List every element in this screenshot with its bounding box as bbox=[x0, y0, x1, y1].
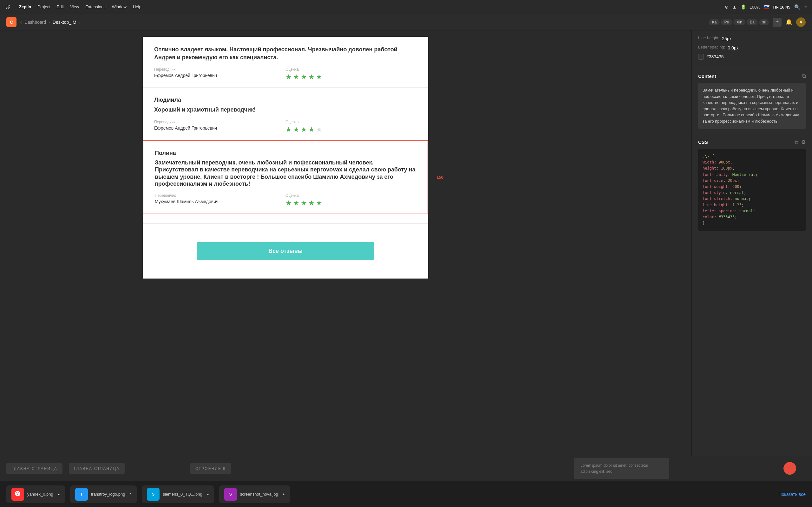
css-line-letter-spacing: letter-spacing: normal; bbox=[703, 208, 801, 214]
menu-help[interactable]: Help bbox=[133, 4, 142, 9]
show-all-button[interactable]: Показать все bbox=[779, 492, 806, 497]
menu-window[interactable]: Window bbox=[112, 4, 126, 9]
review-item-2: Людмила Хороший и храмотный переводчик! … bbox=[143, 88, 428, 140]
color-hex-value: #333435 bbox=[706, 54, 724, 59]
content-text-box: Замечательный переводчик, очень любозный… bbox=[698, 83, 806, 129]
menu-project[interactable]: Project bbox=[38, 4, 50, 9]
reviewer-3: Полина bbox=[155, 150, 416, 157]
taskbar-filename-2: transtroy_logo.png bbox=[91, 492, 125, 497]
menu-view[interactable]: View bbox=[70, 4, 79, 9]
zeplin-topbar: C ‹ Dashboard › Desktop_IM › Ka Pe Жи Ba… bbox=[0, 14, 812, 31]
search-icon[interactable]: 🔍 bbox=[794, 4, 801, 10]
translator-name-3: Мухумаев Шамиль Аъмедович bbox=[155, 199, 286, 204]
translator-label-3: Переводчик bbox=[155, 193, 286, 198]
star-1-4: ★ bbox=[308, 73, 315, 81]
taskbar-item-4[interactable]: S screenshot_nova.jpg ∧ bbox=[219, 486, 290, 503]
letter-spacing-value: 0.0px bbox=[728, 45, 739, 50]
color-row: #333435 bbox=[698, 54, 806, 60]
all-reviews-section: Все отзывы bbox=[143, 224, 428, 279]
tab-pe[interactable]: Pe bbox=[721, 19, 732, 25]
bg-item-5 bbox=[783, 456, 796, 481]
star-1-3: ★ bbox=[301, 73, 307, 81]
css-settings-icon[interactable]: ⚙ bbox=[801, 139, 806, 145]
translator-name-2: Ефремов Андрей Григорьевич bbox=[154, 125, 286, 130]
bg-label-4: Lorem ipsum dolor sit amet, consectetur … bbox=[580, 463, 648, 474]
menu-extensions[interactable]: Extensions bbox=[85, 4, 106, 9]
breadcrumb-separator: › bbox=[49, 20, 50, 25]
all-reviews-button[interactable]: Все отзывы bbox=[197, 242, 374, 260]
css-code-block: .\- { width: 900px; height: 100px; font-… bbox=[698, 149, 806, 231]
star-3-5: ★ bbox=[316, 199, 322, 207]
line-height-label: Line height: bbox=[698, 36, 719, 40]
apple-menu[interactable]: ⌘ bbox=[5, 4, 10, 10]
bg-label-3: СТРОЕНИЕ 9 bbox=[195, 466, 226, 471]
breadcrumb-end-arrow: › bbox=[79, 20, 81, 25]
menubar: ⌘ Zeplin Project Edit View Extensions Wi… bbox=[0, 0, 812, 14]
css-line-close: } bbox=[703, 220, 801, 226]
stars-3: ★ ★ ★ ★ ★ bbox=[286, 199, 416, 207]
css-line-height: height: 100px; bbox=[703, 165, 801, 171]
caret-3: ∧ bbox=[207, 493, 209, 496]
rating-label-1: Оценка bbox=[286, 67, 417, 72]
css-copy-button[interactable]: ⧉ bbox=[795, 139, 798, 145]
reviewer-2: Людмила bbox=[154, 97, 417, 103]
design-canvas: Отлично владеет языком. Настоящий профес… bbox=[143, 37, 428, 279]
back-arrow[interactable]: ‹ bbox=[20, 20, 22, 25]
taskbar-item-2[interactable]: T transtroy_logo.png ∧ bbox=[70, 486, 137, 503]
bg-label-1: ГЛАВНА СТРАНИЦА bbox=[11, 466, 57, 471]
taskbar-item-3[interactable]: S siemens_0_TQ....png ∧ bbox=[142, 486, 214, 503]
wifi-icon: ▲ bbox=[732, 4, 737, 9]
logo-letter: C bbox=[10, 20, 13, 25]
caret-2: ∧ bbox=[130, 493, 132, 496]
star-3-2: ★ bbox=[293, 199, 299, 207]
star-3-1: ★ bbox=[286, 199, 292, 207]
review-meta-1: Переводчик Ефремов Андрей Григорьевич Оц… bbox=[154, 67, 417, 81]
line-height-value: 25px bbox=[722, 36, 731, 41]
tab-ba[interactable]: Ba bbox=[747, 19, 758, 25]
taskbar: 🅨 yandex_0.png ∧ T transtroy_logo.png ∧ … bbox=[0, 481, 812, 507]
star-3-4: ★ bbox=[308, 199, 315, 207]
review-meta-3: Переводчик Мухумаев Шамиль Аъмедович Оце… bbox=[155, 193, 416, 207]
bg-item-1: ГЛАВНА СТРАНИЦА bbox=[6, 463, 62, 474]
menu-zeplin[interactable]: Zeplin bbox=[19, 4, 31, 9]
divider-row bbox=[143, 214, 428, 224]
tab-zhi[interactable]: Жи bbox=[733, 19, 745, 25]
tab-sli[interactable]: sli bbox=[759, 19, 769, 25]
flag-icon: 🇷🇺 bbox=[764, 4, 769, 9]
css-line-font-stretch: font-stretch: normal; bbox=[703, 196, 801, 202]
star-2-1: ★ bbox=[286, 125, 292, 134]
main-area: Отлично владеет языком. Настоящий профес… bbox=[0, 31, 812, 493]
review-text-3: Замечательный переводчик, очень любозный… bbox=[155, 159, 416, 187]
canvas-viewport[interactable]: Отлично владеет языком. Настоящий профес… bbox=[0, 31, 571, 474]
letter-spacing-label: Letter spacing: bbox=[698, 45, 725, 49]
color-swatch[interactable] bbox=[698, 54, 704, 60]
css-section: CSS ⧉ ⚙ .\- { width: 900px; height: 100p… bbox=[692, 134, 812, 493]
battery-icon: 🔋 bbox=[741, 4, 746, 9]
content-section-title: Content bbox=[698, 73, 716, 79]
css-line-font-weight: font-weight: 600; bbox=[703, 184, 801, 190]
review-text-1: Отлично владеет языком. Настоящий профес… bbox=[154, 46, 417, 61]
add-collaborator-button[interactable]: + bbox=[773, 18, 781, 26]
taskbar-item-1[interactable]: 🅨 yandex_0.png ∧ bbox=[6, 486, 65, 503]
stars-2: ★ ★ ★ ★ ★ bbox=[286, 125, 417, 134]
dashboard-link[interactable]: Dashboard bbox=[24, 20, 46, 25]
taskbar-icon-4: S bbox=[224, 488, 237, 501]
notifications-icon[interactable]: 🔔 bbox=[785, 19, 792, 26]
breadcrumb: ‹ Dashboard › Desktop_IM › bbox=[20, 20, 80, 25]
review-meta-2: Переводчик Ефремов Андрей Григорьевич Оц… bbox=[154, 120, 417, 134]
canvas-area[interactable]: Отлично владеет языком. Настоящий профес… bbox=[0, 31, 692, 493]
control-strip-icon[interactable]: ≡ bbox=[804, 4, 807, 9]
rating-1: Оценка ★ ★ ★ ★ ★ bbox=[286, 67, 417, 81]
css-section-title: CSS bbox=[698, 139, 708, 145]
typography-section: Line height: 25px Letter spacing: 0.0px … bbox=[692, 31, 812, 68]
bg-item-3: СТРОЕНИЕ 9 bbox=[190, 463, 231, 474]
content-copy-button[interactable]: ⧉ bbox=[802, 73, 806, 79]
menu-edit[interactable]: Edit bbox=[57, 4, 64, 9]
taskbar-icon-2: T bbox=[75, 488, 88, 501]
bg-circle bbox=[783, 462, 796, 475]
tab-ka[interactable]: Ka bbox=[709, 19, 720, 25]
zeplin-window: C ‹ Dashboard › Desktop_IM › Ka Pe Жи Ba… bbox=[0, 14, 812, 493]
user-avatar[interactable]: A bbox=[796, 17, 806, 27]
css-line-selector: .\- { bbox=[703, 153, 801, 159]
background-strip: ГЛАВНА СТРАНИЦА ГЛАВНА СТРАНИЦА СТРОЕНИЕ… bbox=[0, 456, 812, 481]
